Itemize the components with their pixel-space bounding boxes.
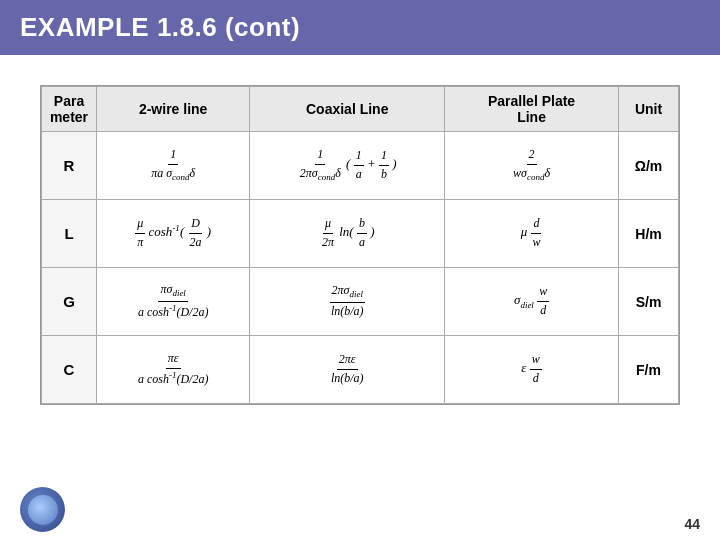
table-row: C πε a cosh-1(D/2a) 2πε [42,336,679,404]
row-C-2wire: πε a cosh-1(D/2a) [97,336,250,404]
row-C-parallel: ε w d [445,336,619,404]
logo [20,487,75,532]
row-C-coaxial: 2πε ln(b/a) [250,336,445,404]
row-L-parallel: μ d w [445,200,619,268]
main-content: Parameter 2-wire line Coaxial Line Paral… [0,55,720,425]
row-G-unit: S/m [619,268,679,336]
col-header-2wire: 2-wire line [97,87,250,132]
row-R-coaxial: 1 2πσcondδ ( 1 a + 1 b [250,132,445,200]
row-L-2wire: μ π cosh-1( D 2a ) [97,200,250,268]
row-G-parallel: σdiel w d [445,268,619,336]
formula-table-wrapper: Parameter 2-wire line Coaxial Line Paral… [40,85,680,405]
row-G-coaxial: 2πσdiel ln(b/a) [250,268,445,336]
row-C-param: C [42,336,97,404]
row-G-2wire: πσdiel a cosh-1(D/2a) [97,268,250,336]
col-header-param: Parameter [42,87,97,132]
page-number: 44 [684,516,700,532]
row-R-param: R [42,132,97,200]
logo-inner [28,495,58,525]
row-R-2wire: 1 πa σcondδ [97,132,250,200]
row-C-unit: F/m [619,336,679,404]
logo-circle [20,487,65,532]
row-G-param: G [42,268,97,336]
row-L-param: L [42,200,97,268]
row-L-unit: H/m [619,200,679,268]
col-header-parallel: Parallel PlateLine [445,87,619,132]
row-R-unit: Ω/m [619,132,679,200]
table-header-row: Parameter 2-wire line Coaxial Line Paral… [42,87,679,132]
page-header: EXAMPLE 1.8.6 (cont) [0,0,720,55]
page-title: EXAMPLE 1.8.6 (cont) [20,12,300,43]
row-R-parallel: 2 wσcondδ [445,132,619,200]
formula-table: Parameter 2-wire line Coaxial Line Paral… [41,86,679,404]
table-row: L μ π cosh-1( D 2a ) [42,200,679,268]
table-row: R 1 πa σcondδ 1 2πσ [42,132,679,200]
col-header-unit: Unit [619,87,679,132]
row-L-coaxial: μ 2π ln( b a ) [250,200,445,268]
col-header-coaxial: Coaxial Line [250,87,445,132]
table-row: G πσdiel a cosh-1(D/2a) 2πσdiel [42,268,679,336]
